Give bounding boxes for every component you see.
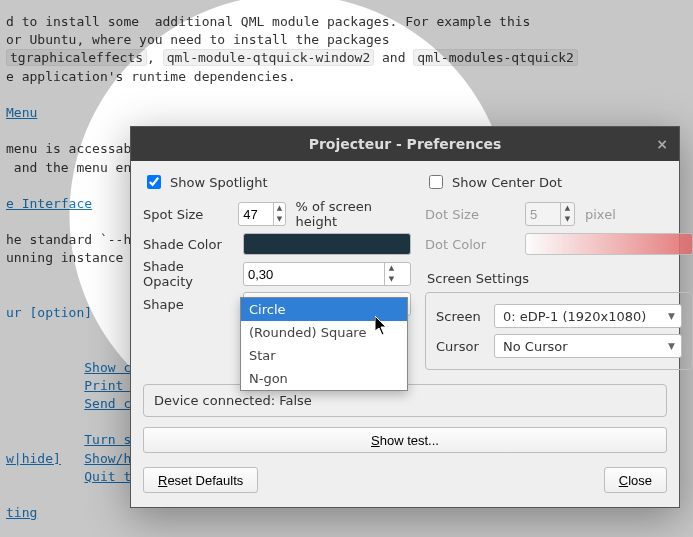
shape-option[interactable]: Circle xyxy=(241,298,407,321)
spot-size-input[interactable] xyxy=(239,203,273,225)
shape-option[interactable]: Star xyxy=(241,344,407,367)
spin-down-icon: ▼ xyxy=(561,214,574,225)
reset-defaults-button[interactable]: Reset Defaults xyxy=(143,467,258,493)
cursor-label: Cursor xyxy=(436,339,484,354)
screen-select[interactable]: 0: eDP-1 (1920x1080) ▼ xyxy=(494,304,682,328)
show-test-button[interactable]: Show test... xyxy=(143,427,667,453)
dot-size-label: Dot Size xyxy=(425,207,515,222)
spin-down-icon[interactable]: ▼ xyxy=(274,214,284,225)
dot-color-swatch xyxy=(525,233,693,255)
shade-opacity-stepper[interactable]: ▲▼ xyxy=(243,262,411,286)
spin-up-icon: ▲ xyxy=(561,203,574,214)
shade-color-label: Shade Color xyxy=(143,237,233,252)
chevron-down-icon: ▼ xyxy=(668,341,675,351)
show-centerdot-checkbox[interactable]: Show Center Dot xyxy=(425,171,693,193)
chevron-down-icon: ▼ xyxy=(668,311,675,321)
cursor-select[interactable]: No Cursor ▼ xyxy=(494,334,682,358)
screen-label: Screen xyxy=(436,309,484,324)
dialog-titlebar[interactable]: Projecteur - Preferences × xyxy=(131,127,679,161)
close-button[interactable]: Close xyxy=(604,467,667,493)
spin-down-icon[interactable]: ▼ xyxy=(385,274,398,285)
shape-option[interactable]: (Rounded) Square xyxy=(241,321,407,344)
screen-settings-heading: Screen Settings xyxy=(427,271,693,286)
dot-size-input xyxy=(526,203,560,225)
spot-size-label: Spot Size xyxy=(143,207,228,222)
dot-size-stepper: ▲▼ xyxy=(525,202,575,226)
shade-color-swatch[interactable] xyxy=(243,233,411,255)
spot-size-stepper[interactable]: ▲▼ xyxy=(238,202,285,226)
shape-dropdown[interactable]: Circle(Rounded) SquareStarN-gon xyxy=(240,297,408,391)
dot-color-label: Dot Color xyxy=(425,237,515,252)
dialog-title: Projecteur - Preferences xyxy=(309,136,502,152)
shape-label: Shape xyxy=(143,297,233,312)
spin-up-icon[interactable]: ▲ xyxy=(274,203,284,214)
shade-opacity-label: Shade Opacity xyxy=(143,259,233,289)
shade-opacity-input[interactable] xyxy=(244,263,384,285)
spin-up-icon[interactable]: ▲ xyxy=(385,263,398,274)
shape-option[interactable]: N-gon xyxy=(241,367,407,390)
show-spotlight-checkbox[interactable]: Show Spotlight xyxy=(143,171,411,193)
close-icon[interactable]: × xyxy=(645,127,679,161)
